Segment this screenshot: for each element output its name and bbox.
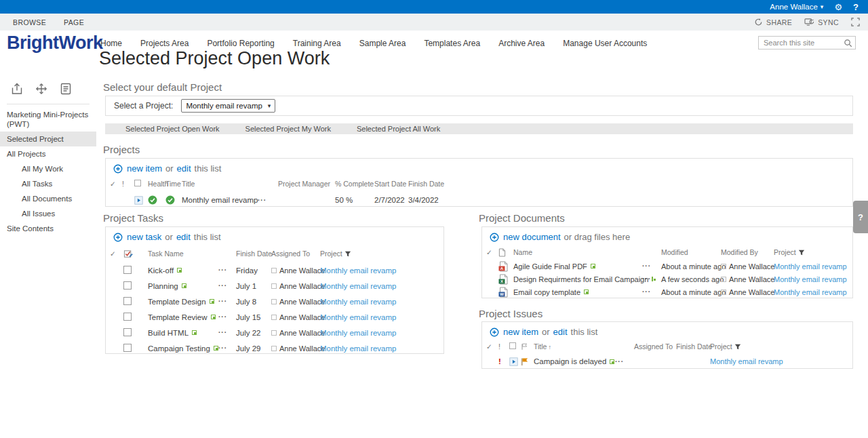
assigned-to[interactable]: Anne Wallace xyxy=(279,266,325,275)
edit-list-link[interactable]: edit xyxy=(553,327,568,337)
document-name[interactable]: Email copy template xyxy=(513,288,580,296)
project-link[interactable]: Monthly email revamp xyxy=(320,329,443,337)
item-menu-button[interactable]: ··· xyxy=(218,298,236,305)
task-name[interactable]: Build HTML xyxy=(148,329,189,337)
ribbon-tab-page[interactable]: PAGE xyxy=(55,18,93,26)
completed-column-icon[interactable] xyxy=(123,249,148,259)
modified-by[interactable]: Anne Wallace xyxy=(729,275,774,283)
issue-title[interactable]: Campaign is delayed xyxy=(534,357,606,365)
edit-list-link[interactable]: edit xyxy=(176,232,191,242)
nav-home[interactable]: Home xyxy=(100,39,122,48)
item-menu-button[interactable]: ··· xyxy=(218,313,236,321)
col-header-start-date[interactable]: Start Date xyxy=(374,180,408,188)
sync-button[interactable]: SYNC xyxy=(804,18,839,26)
task-checkbox[interactable] xyxy=(123,344,132,352)
item-menu-button[interactable]: ··· xyxy=(615,358,634,365)
tab-selected-project-my-work[interactable]: Selected Project My Work xyxy=(245,125,331,133)
col-header-title[interactable]: Title↑ xyxy=(534,342,615,351)
ribbon-tab-browse[interactable]: BROWSE xyxy=(4,18,55,26)
task-checkbox[interactable] xyxy=(123,266,132,274)
project-select-dropdown[interactable]: Monthly email revamp ▾ xyxy=(181,99,275,113)
nav-templates-area[interactable]: Templates Area xyxy=(424,39,480,48)
select-all-checkmark[interactable]: ✓ xyxy=(486,342,498,351)
checkbox-column-header[interactable] xyxy=(509,342,520,351)
search-icon[interactable] xyxy=(844,39,852,47)
col-header-title[interactable]: Title xyxy=(182,180,258,188)
col-header-task-name[interactable]: Task Name xyxy=(148,250,218,258)
tab-selected-project-all-work[interactable]: Selected Project All Work xyxy=(357,125,440,133)
sidebar-item-all-issues[interactable]: All Issues xyxy=(0,206,96,221)
col-header-modified[interactable]: Modified xyxy=(661,248,721,256)
priority-column-header[interactable]: ! xyxy=(122,180,134,188)
flag-column-header[interactable] xyxy=(520,342,534,351)
settings-gear-icon[interactable]: ⚙ xyxy=(834,3,842,12)
promote-links-icon[interactable] xyxy=(8,80,26,98)
col-header-project[interactable]: Project xyxy=(710,342,852,351)
sidebar-item-all-tasks[interactable]: All Tasks xyxy=(0,176,96,191)
assigned-to[interactable]: Anne Wallace xyxy=(279,298,325,306)
brightwork-logo[interactable]: BrightWork xyxy=(7,33,103,54)
new-document-link[interactable]: new document xyxy=(503,232,561,242)
project-link[interactable]: Monthly email revamp xyxy=(320,298,443,306)
task-checkbox[interactable] xyxy=(123,313,132,321)
col-header-health[interactable]: Health xyxy=(148,180,165,188)
select-all-checkmark[interactable]: ✓ xyxy=(486,248,498,256)
task-checkbox[interactable] xyxy=(123,281,132,290)
edit-list-link[interactable]: edit xyxy=(177,163,191,174)
sidebar-item-all-projects[interactable]: All Projects xyxy=(0,146,96,161)
project-title[interactable]: Monthly email revamp xyxy=(182,196,258,204)
item-menu-button[interactable]: ··· xyxy=(218,329,236,336)
search-input[interactable] xyxy=(759,39,844,47)
reorder-links-icon[interactable] xyxy=(33,80,50,98)
assigned-to[interactable]: Anne Wallace xyxy=(279,344,325,353)
project-link[interactable]: Monthly email revamp xyxy=(320,266,443,275)
new-item-link[interactable]: new item xyxy=(127,163,162,174)
col-header-assigned-to[interactable]: Assigned To xyxy=(634,342,676,351)
new-item-link[interactable]: new item xyxy=(503,327,538,337)
assigned-to[interactable]: Anne Wallace xyxy=(279,313,325,321)
sidebar-item-all-my-work[interactable]: All My Work xyxy=(0,161,96,176)
col-header-project-manager[interactable]: Project Manager xyxy=(278,180,335,188)
sidebar-item-selected-project[interactable]: Selected Project xyxy=(0,132,96,146)
nav-portfolio-reporting[interactable]: Portfolio Reporting xyxy=(207,39,274,48)
nav-manage-user-accounts[interactable]: Manage User Accounts xyxy=(563,39,647,48)
in-progress-icon[interactable] xyxy=(134,196,148,205)
new-task-link[interactable]: new task xyxy=(127,232,161,242)
col-header-assigned-to[interactable]: Assigned To xyxy=(271,250,320,258)
assigned-to[interactable]: Anne Wallace xyxy=(279,329,325,337)
focus-mode-button[interactable] xyxy=(851,18,860,26)
sidebar-item-marketing-mini-projects[interactable]: Marketing Mini-Projects (PWT) xyxy=(0,107,96,132)
task-name[interactable]: Template Design xyxy=(148,298,206,306)
col-header-finish-date[interactable]: Finish Date xyxy=(408,180,456,188)
col-header-project[interactable]: Project xyxy=(774,248,852,256)
edit-links-icon[interactable] xyxy=(57,80,75,98)
col-header-finish-date[interactable]: Finish Date xyxy=(236,250,271,258)
project-link[interactable]: Monthly email revamp xyxy=(710,357,852,365)
col-header-time[interactable]: Time xyxy=(165,180,182,188)
nav-training-area[interactable]: Training Area xyxy=(293,39,341,48)
task-name[interactable]: Planning xyxy=(148,282,178,290)
task-name[interactable]: Template Review xyxy=(148,313,208,321)
col-header-project[interactable]: Project xyxy=(320,250,443,258)
item-menu-button[interactable]: ··· xyxy=(218,344,236,352)
item-menu-button[interactable]: ··· xyxy=(218,266,236,274)
document-name[interactable]: Agile Guide Final PDF xyxy=(513,262,587,271)
task-name[interactable]: Kick-off xyxy=(148,266,174,275)
tab-selected-project-open-work[interactable]: Selected Project Open Work xyxy=(125,125,220,133)
sidebar-item-site-contents[interactable]: Site Contents xyxy=(0,221,96,236)
checkbox-column-header[interactable] xyxy=(134,180,148,188)
file-type-column-icon[interactable] xyxy=(498,248,513,257)
col-header-finish-date[interactable]: Finish Date xyxy=(676,342,710,351)
item-menu-button[interactable]: ··· xyxy=(218,282,236,290)
task-name[interactable]: Campaign Testing xyxy=(148,344,210,353)
share-button[interactable]: SHARE xyxy=(754,18,792,26)
sidebar-item-all-documents[interactable]: All Documents xyxy=(0,191,96,206)
task-checkbox[interactable] xyxy=(123,328,132,336)
help-panel-tab[interactable]: ? xyxy=(853,201,868,233)
select-all-checkmark[interactable]: ✓ xyxy=(110,180,122,188)
task-checkbox[interactable] xyxy=(123,297,132,305)
project-link[interactable]: Monthly email revamp xyxy=(774,262,852,271)
nav-sample-area[interactable]: Sample Area xyxy=(359,39,406,48)
project-link[interactable]: Monthly email revamp xyxy=(320,282,443,290)
modified-by[interactable]: Anne Wallace xyxy=(729,262,774,271)
